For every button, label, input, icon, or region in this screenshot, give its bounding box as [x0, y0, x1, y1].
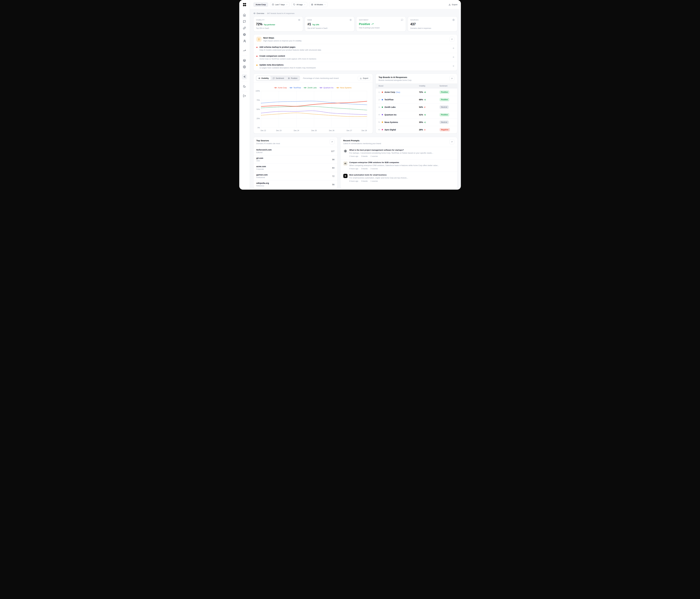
brand-name: TechFlow [384, 99, 394, 101]
chart-export-button[interactable]: Export [358, 76, 370, 80]
column-sentiment: Sentiment [440, 85, 454, 87]
overview-title: Overview [257, 12, 264, 15]
source-domain: wikipedia.org [256, 182, 269, 184]
legend-item[interactable]: Nova Systems [336, 87, 352, 89]
export-label: Export [452, 3, 457, 6]
next-step-item[interactable]: Add schema markup to product pagesHelp A… [253, 44, 457, 53]
arrow-up-right-icon [331, 141, 333, 143]
brand-visibility: 35% [419, 121, 423, 123]
stat-value: #1 [307, 22, 311, 26]
svg-text:50%: 50% [256, 108, 260, 110]
sidebar-item-web[interactable] [242, 32, 247, 37]
stat-description: Out of 847 brands in SaaS [307, 27, 352, 29]
legend-label: Zenith Labs [307, 87, 317, 89]
source-count: 127 [331, 150, 334, 152]
legend-item[interactable]: TechFlow [290, 87, 301, 89]
sidebar-item-layers[interactable] [242, 58, 247, 63]
sidebar-item-conversations[interactable] [242, 19, 247, 24]
open-top-sources-button[interactable] [330, 139, 334, 144]
svg-text:0%: 0% [257, 127, 260, 129]
logout-icon [243, 94, 246, 97]
sidebar [239, 0, 250, 190]
next-step-item[interactable]: Update meta descriptions12 pages have ou… [253, 62, 457, 71]
prompt-item[interactable]: Best automation tools for small business… [341, 172, 457, 184]
sidebar-item-home[interactable] [242, 12, 247, 18]
chat-icon [243, 20, 246, 23]
tab-visibility[interactable]: Visibility [256, 76, 271, 80]
openai-icon [343, 149, 348, 153]
gear-icon [243, 66, 246, 68]
tag-icon [293, 3, 295, 6]
brand-rank: 1 [379, 91, 382, 93]
sidebar-item-links[interactable] [242, 25, 247, 31]
sidebar-item-trends[interactable] [242, 48, 247, 53]
tags-filter[interactable]: All tags [291, 2, 307, 7]
line-chart-svg: 0%25%50%75%100%Dec 22Dec 23Dec 24Dec 25D… [254, 89, 369, 132]
prompt-meta: 4 hours ago3 brands3 sources [349, 168, 439, 170]
table-row: 1 Acme Corp(You) 72%+8 Positive [376, 88, 457, 96]
topbar: Acme Corp Last 7 days All tags All Model… [250, 0, 461, 9]
open-recent-prompts-button[interactable] [449, 139, 454, 144]
org-selector[interactable]: Acme Corp [253, 2, 268, 7]
eye-icon [298, 19, 300, 21]
moon-icon [243, 85, 246, 88]
legend-marker [336, 87, 339, 89]
sentiment-badge: Positive [440, 113, 449, 117]
logout-button[interactable] [242, 93, 247, 99]
prompt-item[interactable]: A\ Compare enterprise CRM solutions for … [341, 159, 457, 172]
top-sources-subtitle: Domains AI models cite most [256, 143, 280, 145]
sidebar-item-ai-assistant[interactable] [242, 74, 247, 79]
open-top-brands-button[interactable] [449, 76, 454, 81]
priority-dot [256, 47, 257, 48]
app-window: Acme Corp Last 7 days All tags All Model… [239, 0, 461, 190]
prompt-meta: 2 hours ago3 brands2 sources [349, 155, 433, 157]
legend-item[interactable]: Acme Corp [274, 87, 287, 89]
visibility-delta: +5 [424, 114, 426, 116]
visibility-chart-card: Visibility Sentiment Position · Percenta… [253, 74, 373, 133]
source-domain: acme.com [256, 165, 266, 168]
stat-highlight: Top 10% [312, 24, 319, 26]
legend-item[interactable]: Zenith Labs [304, 87, 317, 89]
top-brands-title: Top Brands in AI Responses [379, 76, 411, 78]
sentiment-badge: Positive [440, 98, 449, 101]
brand-rank: 3 [379, 106, 382, 108]
date-range-filter[interactable]: Last 7 days [270, 2, 290, 7]
brand-color-dot [382, 92, 383, 93]
stat-label: VISIBILITY [256, 19, 265, 21]
open-next-steps-button[interactable] [449, 37, 454, 42]
next-step-item[interactable]: Create comparison contentAcme Corp vs Te… [253, 53, 457, 62]
source-category: Editorial [256, 151, 272, 153]
arrow-right-icon[interactable] [452, 56, 454, 59]
eye-icon [253, 12, 255, 15]
dark-mode-toggle[interactable] [242, 84, 247, 89]
dashboard-content: Overview 847 brands found in AI response… [250, 9, 461, 190]
brand-name: Quantum Inc [384, 114, 397, 116]
svg-text:100%: 100% [255, 90, 260, 92]
stat-description: Top 25% in SaaS [256, 27, 300, 29]
tab-sentiment[interactable]: Sentiment [271, 76, 286, 80]
message-icon [273, 77, 275, 79]
export-button[interactable]: Export [449, 3, 457, 6]
arrow-right-icon[interactable] [452, 65, 454, 68]
prompt-item[interactable]: What is the best project management soft… [341, 147, 457, 159]
sidebar-item-settings[interactable] [242, 64, 247, 70]
sidebar-item-audience[interactable] [242, 38, 247, 44]
arrow-right-icon[interactable] [452, 47, 454, 50]
brand-rank: 4 [379, 114, 382, 116]
globe-icon [243, 33, 246, 36]
legend-item[interactable]: Quantum Inc [319, 87, 333, 89]
legend-label: Nova Systems [340, 87, 352, 89]
app-logo[interactable] [239, 0, 250, 9]
next-steps-subtitle: High-impact actions to improve your AI v… [263, 40, 302, 42]
table-row: 6 Apex Digital 28%-4 Negative [376, 126, 457, 133]
brand-color-dot [382, 114, 383, 115]
calendar-icon [272, 3, 274, 6]
svg-text:Dec 23: Dec 23 [276, 130, 281, 131]
brand-color-dot [382, 99, 383, 100]
tab-position[interactable]: Position [286, 76, 299, 80]
chart-tabs: Visibility Sentiment Position [256, 75, 300, 81]
models-filter[interactable]: All Models [309, 2, 328, 7]
brand-name: Acme Corp [384, 91, 395, 93]
source-domain: gartner.com [256, 174, 268, 176]
source-count: 98 [332, 158, 334, 161]
